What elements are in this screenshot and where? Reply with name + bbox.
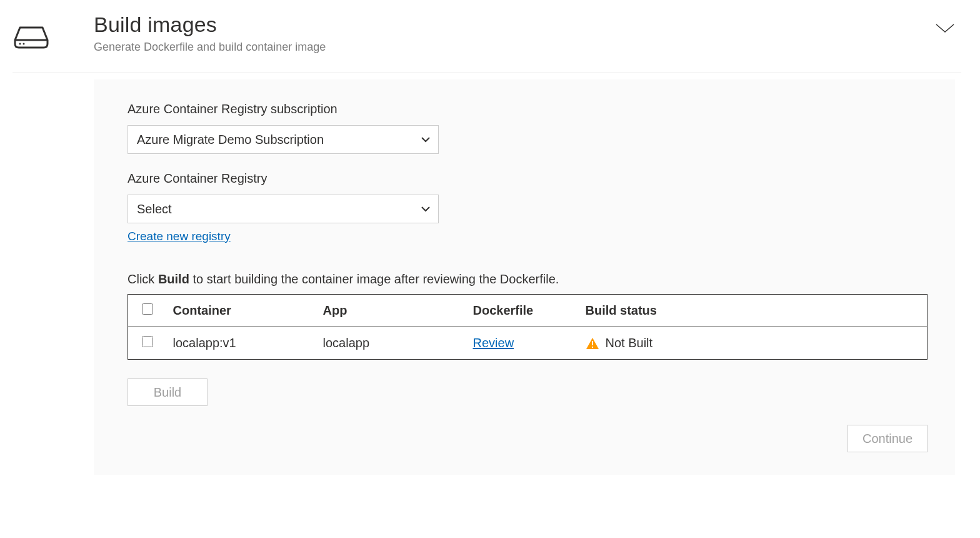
collapse-toggle[interactable]	[935, 13, 961, 37]
row-checkbox[interactable]	[142, 336, 153, 347]
svg-point-2	[23, 43, 25, 45]
content-panel: Azure Container Registry subscription Az…	[94, 79, 955, 475]
registry-select[interactable]: Select	[128, 195, 439, 223]
container-table: Container App Dockerfile Build status lo…	[128, 294, 928, 360]
svg-rect-3	[592, 341, 593, 345]
status-text: Not Built	[606, 336, 653, 350]
instruction-suffix: to start building the container image af…	[189, 272, 559, 286]
warning-icon	[586, 337, 599, 350]
review-link[interactable]: Review	[473, 336, 514, 350]
instruction-bold: Build	[158, 272, 189, 286]
build-button[interactable]: Build	[128, 378, 208, 406]
svg-rect-4	[592, 347, 593, 348]
continue-button[interactable]: Continue	[848, 425, 928, 452]
column-header-container: Container	[166, 295, 316, 327]
chevron-down-icon	[935, 22, 955, 34]
svg-point-1	[19, 43, 21, 45]
subscription-select[interactable]: Azure Migrate Demo Subscription	[128, 125, 439, 154]
cell-app: localapp	[316, 327, 466, 360]
instruction-prefix: Click	[128, 272, 158, 286]
column-header-status: Build status	[578, 295, 928, 327]
create-registry-link[interactable]: Create new registry	[128, 230, 231, 243]
column-header-app: App	[316, 295, 466, 327]
cell-container: localapp:v1	[166, 327, 316, 360]
instruction-text: Click Build to start building the contai…	[128, 272, 928, 287]
page-subtitle: Generate Dockerfile and build container …	[94, 41, 891, 54]
column-header-dockerfile: Dockerfile	[466, 295, 578, 327]
registry-label: Azure Container Registry	[128, 171, 928, 186]
page-header: Build images Generate Dockerfile and bui…	[12, 13, 961, 73]
select-all-checkbox[interactable]	[142, 303, 153, 315]
drive-icon	[12, 13, 50, 53]
table-row: localapp:v1 localapp Review Not Built	[128, 327, 928, 360]
page-title: Build images	[94, 13, 891, 37]
subscription-label: Azure Container Registry subscription	[128, 102, 928, 116]
